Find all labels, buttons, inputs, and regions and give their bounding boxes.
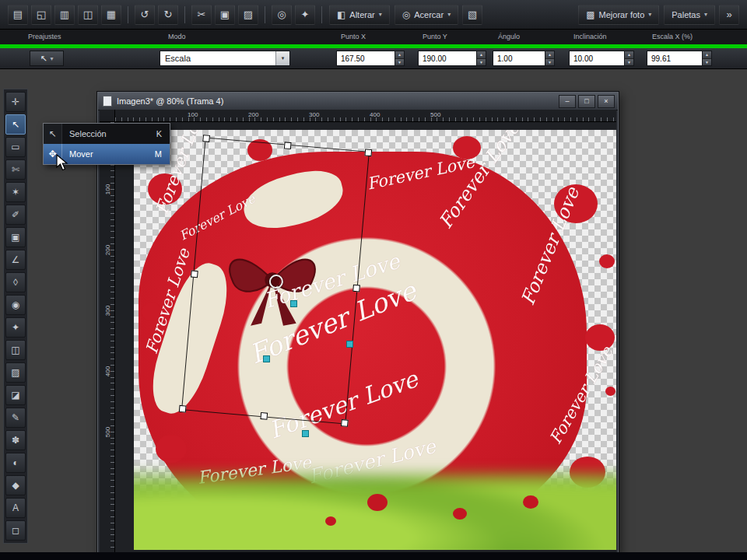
escala-x-value[interactable]: 99.61 — [647, 51, 703, 66]
punto-y-value[interactable]: 190.00 — [418, 51, 477, 66]
inclinacion-label: Inclinación — [573, 33, 607, 40]
combobox-dropdown-icon[interactable]: ▾ — [275, 51, 289, 65]
mejorar-foto-button[interactable]: ▩ Mejorar foto ▾ — [578, 5, 659, 25]
chevron-down-icon: ▾ — [704, 11, 707, 18]
zoom-button[interactable]: ◎ — [272, 5, 292, 25]
tool-text-button[interactable]: A — [5, 498, 26, 518]
spin-up-icon[interactable]: ▲ — [625, 51, 633, 58]
undo-button[interactable]: ↺ — [135, 5, 155, 25]
tool-crop-button[interactable]: ▣ — [5, 227, 26, 247]
tool-selection-button[interactable]: ▭ — [5, 137, 26, 157]
tool-makeover-button[interactable]: ✦ — [5, 317, 26, 338]
tool-red-eye-button[interactable]: ◉ — [5, 295, 26, 315]
browse-icon: ◫ — [83, 9, 93, 20]
capture-button[interactable]: ✦ — [295, 5, 315, 25]
cut-button[interactable]: ✂ — [191, 5, 212, 25]
canvas-viewport[interactable]: Forever Love Forever Love Forever Love F… — [115, 122, 616, 553]
undo-icon: ↺ — [141, 9, 149, 20]
ruler-label: 500 — [430, 111, 440, 118]
tool-airbrush-button[interactable]: ✽ — [5, 430, 26, 450]
vertical-ruler[interactable]: 100 200 300 400 500 — [100, 122, 115, 553]
inclinacion-value[interactable]: 10.00 — [569, 51, 625, 66]
paint-splat — [156, 435, 187, 463]
alterar-button[interactable]: ◧ Alterar ▾ — [329, 5, 390, 25]
paste-icon: ▨ — [244, 9, 253, 20]
spin-up-icon[interactable]: ▲ — [477, 51, 486, 58]
spin-up-icon[interactable]: ▲ — [545, 51, 554, 58]
paint-splat — [605, 387, 615, 396]
spin-down-icon[interactable]: ▼ — [395, 58, 404, 66]
tool-preset-shapes-button[interactable]: ◻ — [5, 520, 26, 541]
angulo-stepper[interactable]: ▲ ▼ — [545, 51, 555, 66]
acercar-button[interactable]: ◎ Acercar ▾ — [395, 5, 458, 25]
tool-straighten-button[interactable]: ∠ — [5, 250, 26, 270]
punto-y-field[interactable]: 190.00 ▲ ▼ — [418, 51, 486, 66]
document-titlebar[interactable]: Imagen3* @ 80% (Trama 4) – □ × — [98, 93, 618, 110]
tool-perspective-button[interactable]: ◊ — [5, 272, 26, 292]
redo-button[interactable]: ↻ — [158, 5, 178, 25]
tool-brush-button[interactable]: ✎ — [5, 408, 26, 428]
toolbar-overflow-button[interactable]: » — [719, 5, 739, 25]
tool-pan-button[interactable]: ✛ — [5, 92, 26, 112]
panel-button[interactable]: ▧ — [462, 5, 482, 25]
paint-splat — [325, 516, 336, 526]
image-canvas[interactable]: Forever Love Forever Love Forever Love F… — [134, 130, 616, 550]
print-icon: ▦ — [107, 9, 116, 20]
punto-x-value[interactable]: 167.50 — [336, 51, 395, 66]
tool-flood-fill-button[interactable]: ◆ — [5, 475, 26, 495]
spin-up-icon[interactable]: ▲ — [395, 51, 404, 58]
panel-icon: ▧ — [468, 9, 477, 20]
redo-icon: ↻ — [164, 9, 173, 20]
spin-up-icon[interactable]: ▲ — [703, 51, 711, 58]
alterar-icon: ◧ — [337, 9, 345, 20]
paletas-button[interactable]: Paletas ▾ — [664, 5, 715, 25]
tool-scratch-remover-button[interactable]: ▨ — [5, 362, 26, 383]
mode-combobox[interactable]: Escala ▾ — [160, 51, 290, 66]
mouse-cursor — [56, 154, 68, 172]
inclinacion-field[interactable]: 10.00 ▲ ▼ — [569, 51, 634, 66]
punto-x-field[interactable]: 167.50 ▲ ▼ — [336, 51, 405, 66]
tool-pick-button[interactable]: ↖ — [5, 114, 26, 135]
new-button[interactable]: ▤ — [8, 5, 28, 25]
angulo-value[interactable]: 1.00 — [493, 51, 545, 66]
tool-eraser-button[interactable]: ◪ — [5, 385, 26, 405]
punto-y-stepper[interactable]: ▲ ▼ — [477, 51, 486, 66]
escala-x-stepper[interactable]: ▲ ▼ — [703, 51, 712, 66]
document-title: Imagen3* @ 80% (Trama 4) — [117, 96, 556, 106]
punto-x-stepper[interactable]: ▲ ▼ — [395, 51, 405, 66]
inclinacion-stepper[interactable]: ▲ ▼ — [625, 51, 634, 66]
tool-clone-button[interactable]: ◫ — [5, 340, 26, 360]
tool-lighten-darken-button[interactable]: ◐ — [5, 453, 26, 473]
paint-splat — [523, 495, 538, 509]
close-button[interactable]: × — [598, 95, 615, 108]
spin-down-icon[interactable]: ▼ — [625, 58, 633, 66]
horizontal-ruler[interactable]: 100 200 300 400 500 — [115, 110, 616, 122]
paste-button[interactable]: ▨ — [238, 5, 258, 25]
browse-button[interactable]: ◫ — [78, 5, 98, 25]
save-button[interactable]: ▥ — [54, 5, 75, 25]
tool-freehand-selection-button[interactable]: ✄ — [5, 159, 26, 180]
mode-value: Escala — [160, 54, 275, 63]
open-button[interactable]: ◱ — [31, 5, 51, 25]
tool-magic-wand-button[interactable]: ✶ — [5, 182, 26, 202]
tool-preset-button[interactable]: ↖ ▾ — [30, 51, 64, 66]
flyout-item-seleccion[interactable]: ↖ Selección K — [44, 124, 170, 144]
escala-x-field[interactable]: 99.61 ▲ ▼ — [647, 51, 712, 66]
print-button[interactable]: ▦ — [101, 5, 121, 25]
spin-down-icon[interactable]: ▼ — [545, 58, 554, 66]
spin-down-icon[interactable]: ▼ — [703, 58, 711, 66]
spin-down-icon[interactable]: ▼ — [477, 58, 486, 66]
maximize-button[interactable]: □ — [578, 95, 595, 108]
perspective-icon: ◊ — [13, 277, 18, 288]
angulo-field[interactable]: 1.00 ▲ ▼ — [493, 51, 555, 66]
document-icon — [103, 96, 112, 107]
angulo-label: Ángulo — [498, 33, 520, 40]
tool-dropper-button[interactable]: ✐ — [5, 205, 26, 225]
new-icon: ▤ — [13, 9, 23, 20]
copy-button[interactable]: ▣ — [215, 5, 235, 25]
minimize-button[interactable]: – — [559, 95, 576, 108]
flyout-item-label: Selección — [62, 129, 156, 138]
eraser-icon: ◪ — [11, 390, 19, 401]
preset-shapes-icon: ◻ — [12, 525, 19, 536]
screen-capture-icon: ✦ — [301, 9, 310, 20]
